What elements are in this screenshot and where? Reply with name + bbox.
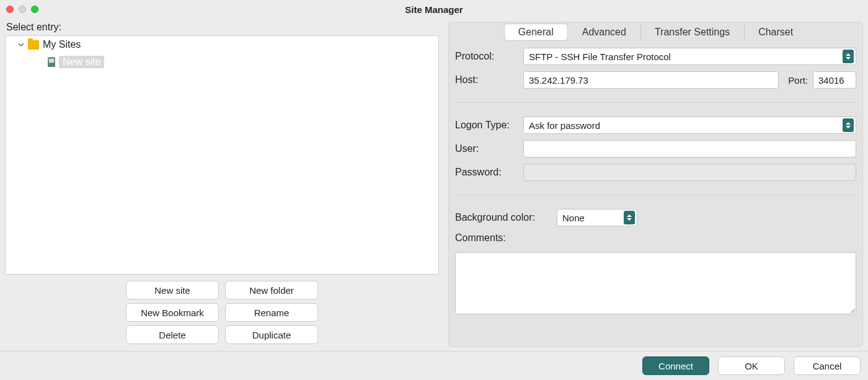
select-entry-label: Select entry: bbox=[6, 22, 439, 33]
traffic-lights bbox=[6, 6, 38, 13]
dialog-footer: Connect OK Cancel bbox=[0, 351, 868, 380]
window-title: Site Manager bbox=[405, 4, 463, 15]
comments-label: Comments: bbox=[455, 232, 506, 244]
duplicate-button[interactable]: Duplicate bbox=[225, 325, 318, 344]
new-site-button[interactable]: New site bbox=[126, 281, 219, 299]
entries-tree[interactable]: My Sites New site bbox=[5, 35, 439, 275]
close-window-icon[interactable] bbox=[6, 6, 14, 13]
password-label: Password: bbox=[455, 167, 523, 178]
tab-advanced[interactable]: Advanced bbox=[568, 24, 640, 41]
updown-icon bbox=[624, 211, 635, 224]
protocol-select[interactable]: SFTP - SSH File Transfer Protocol bbox=[523, 48, 856, 65]
port-label: Port: bbox=[779, 75, 813, 86]
comments-input[interactable] bbox=[455, 252, 856, 314]
logon-type-value: Ask for password bbox=[529, 120, 600, 131]
background-color-label: Background color: bbox=[455, 212, 557, 223]
new-folder-button[interactable]: New folder bbox=[225, 281, 318, 299]
tree-root-label: My Sites bbox=[43, 39, 81, 50]
tab-general[interactable]: General bbox=[504, 24, 568, 41]
server-icon bbox=[48, 57, 55, 67]
settings-tabs: General Advanced Transfer Settings Chars… bbox=[455, 22, 856, 43]
connect-button[interactable]: Connect bbox=[642, 356, 709, 375]
ok-button[interactable]: OK bbox=[718, 356, 785, 375]
password-input bbox=[523, 164, 856, 181]
protocol-value: SFTP - SSH File Transfer Protocol bbox=[529, 51, 671, 62]
divider bbox=[455, 102, 856, 103]
tree-site-row[interactable]: New site bbox=[6, 53, 438, 71]
updown-icon bbox=[843, 118, 854, 132]
entry-buttons: New site New folder New Bookmark Rename … bbox=[5, 281, 439, 344]
tree-site-label[interactable]: New site bbox=[59, 56, 104, 68]
background-color-value: None bbox=[562, 213, 585, 223]
user-label: User: bbox=[455, 143, 523, 154]
right-pane: General Advanced Transfer Settings Chars… bbox=[448, 22, 863, 347]
new-bookmark-button[interactable]: New Bookmark bbox=[126, 303, 219, 322]
port-input[interactable] bbox=[813, 71, 856, 89]
host-label: Host: bbox=[455, 74, 523, 86]
logon-type-select[interactable]: Ask for password bbox=[523, 117, 856, 134]
titlebar: Site Manager bbox=[0, 0, 868, 19]
divider bbox=[455, 195, 856, 195]
updown-icon bbox=[843, 50, 854, 63]
tree-root-row[interactable]: My Sites bbox=[6, 36, 438, 53]
chevron-down-icon[interactable] bbox=[18, 42, 24, 48]
left-pane: Select entry: My Sites New site New site… bbox=[5, 22, 439, 347]
tab-charset[interactable]: Charset bbox=[744, 24, 807, 41]
tab-transfer-settings[interactable]: Transfer Settings bbox=[640, 24, 744, 41]
logon-type-label: Logon Type: bbox=[455, 120, 523, 131]
delete-button[interactable]: Delete bbox=[126, 325, 219, 344]
background-color-select[interactable]: None bbox=[557, 209, 637, 226]
minimize-window-icon bbox=[19, 6, 26, 13]
host-input[interactable] bbox=[523, 71, 779, 89]
rename-button[interactable]: Rename bbox=[225, 303, 318, 322]
protocol-label: Protocol: bbox=[455, 51, 523, 62]
maximize-window-icon[interactable] bbox=[31, 6, 38, 13]
folder-icon bbox=[28, 40, 39, 50]
user-input[interactable] bbox=[523, 140, 856, 157]
cancel-button[interactable]: Cancel bbox=[794, 356, 861, 375]
